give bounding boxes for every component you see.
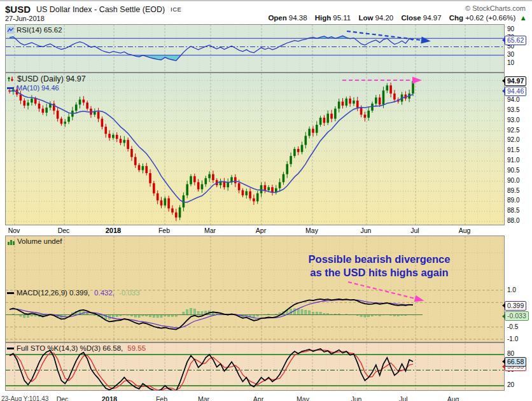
chg-label: Chg xyxy=(449,14,463,22)
sto-d-value: 59.55 xyxy=(127,344,146,352)
stockcharts-chart: $USD US Dollar Index - Cash Settle (EOD)… xyxy=(0,0,532,401)
price-legend: $USD (Daily) 94.97 xyxy=(7,74,86,83)
ma-legend: MA(10) 94.46 xyxy=(7,84,59,92)
exchange-label: ICE xyxy=(171,6,181,13)
y-axis-tick: 88.5 xyxy=(507,207,519,214)
volume-bars-icon xyxy=(7,238,15,245)
annotation-text: Possible bearish divergence as the USD h… xyxy=(279,253,480,279)
close-value-badge: 94.97 xyxy=(505,76,526,86)
macd-label: MACD(12,26,9) 0.399, xyxy=(17,289,90,297)
x-axis-label: Feb xyxy=(153,227,176,234)
chg-up-arrow-icon: ▲ xyxy=(520,14,527,22)
x-axis-label: Jul xyxy=(403,227,426,234)
high-label: High xyxy=(315,14,332,22)
bottom-axis-label: 2018 xyxy=(95,395,123,401)
open-label: Open xyxy=(268,14,286,22)
x-axis-label: May xyxy=(300,227,323,234)
close-label: Close xyxy=(401,14,421,22)
y-axis-tick: -0.5 xyxy=(507,323,518,330)
macd-legend: MACD(12,26,9) 0.399, 0.432, -0.033 xyxy=(7,289,140,297)
y-axis-tick: 91.0 xyxy=(507,157,519,164)
y-axis-tick: 20 xyxy=(507,381,514,388)
bottom-axis-label: May xyxy=(289,395,317,401)
high-value: 95.11 xyxy=(333,14,351,22)
x-axis-label: 2018 xyxy=(102,227,125,234)
y-axis-tick: 93.5 xyxy=(507,106,519,113)
open-value: 94.38 xyxy=(289,14,307,22)
sto-label: Full STO %K(14,3) %D(3) 66.58, xyxy=(17,344,123,352)
bottom-axis-label: Jul xyxy=(389,395,417,401)
sto-k-badge: 66.58 xyxy=(505,357,526,367)
copyright-link[interactable]: © StockCharts.com xyxy=(465,4,526,12)
stochastic-legend: Full STO %K(14,3) %D(3) 66.58, 59.55 xyxy=(7,344,146,352)
sto-line-swatch-icon xyxy=(7,348,14,349)
rsi-icon xyxy=(7,27,14,34)
y-axis-tick: 94.0 xyxy=(507,96,519,103)
y-axis-tick: 90.0 xyxy=(507,177,519,184)
y-axis-tick: 88.0 xyxy=(507,217,519,224)
macd-value-badge: 0.399 xyxy=(505,301,526,311)
instrument-name: US Dollar Index - Cash Settle (EOD) xyxy=(36,5,165,14)
close-value: 94.97 xyxy=(423,14,442,22)
y-axis-tick: 80 xyxy=(507,350,514,357)
volume-label: Volume undef xyxy=(17,237,62,245)
macd-line-swatch-icon xyxy=(7,292,14,294)
macd-signal-value: 0.432, xyxy=(94,289,115,297)
rsi-panel xyxy=(5,24,505,73)
y-axis-tick: 92.5 xyxy=(507,127,519,134)
bottom-axis-label: Apr xyxy=(244,395,272,401)
y-axis-tick: 89.0 xyxy=(507,197,519,204)
y-axis-tick: 93.0 xyxy=(507,116,519,123)
ma-line-swatch-icon xyxy=(7,87,14,89)
y-axis-tick: -1.0 xyxy=(507,335,518,342)
ohlc-quote-row: Open94.38 High95.11 Low94.20 Close94.97 … xyxy=(262,14,527,22)
annotation-line2: as the USD hits highs again xyxy=(279,266,480,279)
candlestick-icon xyxy=(7,75,15,83)
rsi-legend: RSI(14) 65.62 xyxy=(7,26,62,34)
y-axis-tick: 90.5 xyxy=(507,167,519,174)
bottom-axis-label: Dec xyxy=(48,395,76,401)
y-axis-tick: 10 xyxy=(507,59,514,66)
x-axis-label: Aug xyxy=(453,227,476,234)
chart-date: 27-Jun-2018 xyxy=(5,15,45,22)
macd-hist-value: -0.033 xyxy=(119,289,140,297)
low-label: Low xyxy=(358,14,373,22)
x-axis-label: Nov xyxy=(3,227,25,234)
y-axis-tick: 1.0 xyxy=(507,286,516,293)
macd-hist-badge: -0.033 xyxy=(505,311,529,321)
bottom-axis-label: Feb xyxy=(148,395,176,401)
annotation-line1: Possible bearish divergence xyxy=(279,253,480,266)
bottom-axis-label: Aug xyxy=(439,395,467,401)
bottom-axis-label: Jun xyxy=(342,395,370,401)
x-axis-label: Dec xyxy=(52,227,75,234)
rsi-value-badge: 65.62 xyxy=(505,36,526,45)
ma-label: MA(10) 94.46 xyxy=(17,84,59,92)
chg-value: +0.62 (+0.66%) xyxy=(465,14,515,22)
ma-value-badge: 94.46 xyxy=(505,87,526,96)
y-axis-tick: 90 xyxy=(507,25,514,32)
bottom-axis-start-label: 23-Aug Y:101.43 xyxy=(1,395,48,401)
x-axis-label: Jun xyxy=(354,227,377,234)
symbol-ticker: $USD xyxy=(5,4,31,15)
y-axis-tick: 30 xyxy=(507,51,514,58)
y-axis-tick: 91.5 xyxy=(507,146,519,153)
price-panel xyxy=(5,73,505,225)
bottom-axis-label: Mar xyxy=(190,395,218,401)
volume-legend: Volume undef xyxy=(7,237,62,245)
y-axis-tick: 92.0 xyxy=(507,136,519,143)
y-axis-tick: 89.5 xyxy=(507,187,519,194)
low-value: 94.20 xyxy=(375,14,393,22)
x-axis-label: Apr xyxy=(249,227,272,234)
rsi-label: RSI(14) 65.62 xyxy=(17,26,62,34)
x-axis-label: Mar xyxy=(199,227,221,234)
price-label: $USD (Daily) 94.97 xyxy=(17,74,86,83)
